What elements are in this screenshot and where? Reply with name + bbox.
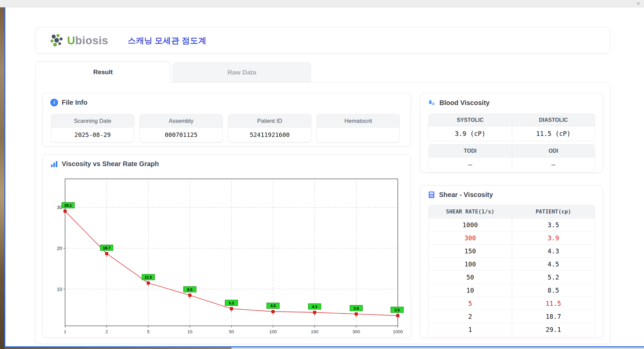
rate-cell: 10 — [429, 284, 512, 297]
odi-value: – — [512, 157, 595, 172]
table-row: 505.2 — [429, 270, 595, 284]
rate-cell: 150 — [429, 245, 512, 257]
systolic-diastolic-block: SYSTOLIC DIASTOLIC 3.9 (cP) 11.5 (cP) — [428, 113, 595, 141]
close-button[interactable]: × — [637, 0, 640, 7]
ubiosis-logo-text: Ubiosis — [67, 34, 108, 47]
todi-value: – — [429, 157, 512, 172]
table-row: 1004.5 — [429, 257, 595, 270]
tab-raw-data[interactable]: Raw Data — [173, 62, 311, 82]
table-row: 10003.5 — [429, 218, 595, 231]
patient-cell: 4.3 — [512, 245, 595, 257]
logo-u: U — [67, 34, 75, 47]
app-window: Ubiosis 스캐닝 모세관 점도계 Result Raw Data i Fi… — [4, 7, 644, 347]
svg-text:1: 1 — [64, 329, 66, 334]
rate-cell: 2 — [429, 310, 512, 323]
patient-cell: 4.5 — [512, 258, 595, 270]
shear-viscosity-title: Shear - Viscosity — [428, 191, 493, 199]
file-info-title-text: File Info — [62, 99, 88, 106]
table-row: 108.5 — [429, 284, 595, 297]
svg-text:3.5: 3.5 — [394, 308, 400, 312]
patient-cell: 3.5 — [512, 218, 595, 231]
svg-text:18.7: 18.7 — [103, 246, 110, 250]
systolic-value: 3.9 (cP) — [429, 127, 512, 141]
svg-text:11.5: 11.5 — [145, 275, 152, 279]
rate-cell: 50 — [429, 271, 512, 284]
systolic-label: SYSTOLIC — [429, 114, 512, 127]
viscosity-chart: 1020301251050100150300100029.118.711.58.… — [50, 177, 405, 335]
svg-text:10: 10 — [187, 329, 192, 334]
patient-cell: 18.7 — [512, 310, 595, 323]
svg-text:5.2: 5.2 — [229, 301, 234, 305]
calculator-icon — [428, 191, 435, 199]
logo-rest: biosis — [75, 34, 108, 47]
svg-text:150: 150 — [311, 329, 319, 334]
field-value: 52411921600 — [228, 128, 311, 142]
svg-text:8.5: 8.5 — [187, 288, 193, 292]
patient-cell: 11.5 — [512, 297, 595, 310]
top-strip: × — [0, 0, 644, 7]
table-header-row: SHEAR RATE(1/s) PATIENT(cp) — [429, 205, 595, 218]
rate-cell: 1000 — [429, 218, 512, 231]
shear-viscosity-table: SHEAR RATE(1/s) PATIENT(cp) 10003.5 3003… — [428, 205, 595, 336]
file-info-card: i File Info Scanning Date 2025-08-29 Ass… — [43, 93, 411, 147]
field-value — [317, 128, 399, 142]
table-row: 511.5 — [429, 297, 595, 310]
svg-text:3.9: 3.9 — [354, 306, 359, 310]
svg-text:2: 2 — [105, 329, 108, 334]
odi-label: ODI — [512, 145, 595, 157]
patient-cell: 5.2 — [512, 271, 595, 284]
table-row: 129.1 — [429, 323, 595, 336]
desktop-left-edge — [0, 7, 4, 349]
table-row: 218.7 — [429, 310, 595, 323]
ubiosis-logo-icon — [50, 34, 64, 48]
svg-text:5: 5 — [147, 329, 150, 334]
shear-viscosity-card: Shear - Viscosity SHEAR RATE(1/s) PATIEN… — [420, 185, 603, 338]
svg-text:100: 100 — [269, 329, 277, 334]
field-scanning-date: Scanning Date 2025-08-29 — [51, 114, 134, 142]
field-hematocrit: Hematocrit — [317, 114, 400, 142]
field-value: 000701125 — [140, 128, 222, 142]
blood-viscosity-title-text: Blood Viscosity — [439, 99, 490, 107]
diastolic-label: DIASTOLIC — [512, 114, 595, 127]
svg-text:20: 20 — [57, 246, 62, 251]
info-icon: i — [50, 99, 58, 106]
field-label: Scanning Date — [51, 114, 134, 128]
todi-label: TODI — [429, 145, 512, 157]
blood-viscosity-title: Blood Viscosity — [428, 99, 490, 107]
ubiosis-logo: Ubiosis — [50, 34, 108, 48]
rate-cell: 1 — [429, 323, 512, 336]
diastolic-value: 11.5 (cP) — [512, 127, 595, 141]
bar-chart-icon — [50, 160, 58, 168]
field-value: 2025-08-29 — [51, 128, 134, 142]
bottom-edge-brown — [0, 347, 231, 349]
patient-cell: 8.5 — [512, 284, 595, 297]
svg-text:300: 300 — [353, 329, 360, 334]
field-label: Patient ID — [228, 114, 311, 128]
field-label: Assembly — [140, 114, 222, 128]
graph-title: Viscosity vs Shear Rate Graph — [50, 160, 159, 168]
rate-cell: 100 — [429, 258, 512, 270]
main-panel: i File Info Scanning Date 2025-08-29 Ass… — [35, 82, 610, 344]
droplet-icon — [428, 99, 436, 107]
graph-title-text: Viscosity vs Shear Rate Graph — [62, 160, 159, 168]
rate-cell: 300 — [429, 232, 512, 244]
patient-cell: 29.1 — [512, 323, 595, 336]
app-title: 스캐닝 모세관 점도계 — [128, 35, 207, 46]
svg-text:10: 10 — [57, 287, 62, 292]
svg-text:30: 30 — [57, 205, 62, 210]
table-row: 3003.9 — [429, 231, 595, 244]
col-header-shear-rate: SHEAR RATE(1/s) — [429, 205, 512, 218]
tab-result[interactable]: Result — [35, 62, 171, 83]
shear-viscosity-title-text: Shear - Viscosity — [439, 191, 493, 199]
svg-text:4.3: 4.3 — [312, 305, 317, 309]
svg-text:4.5: 4.5 — [270, 304, 276, 308]
field-assembly: Assembly 000701125 — [140, 114, 223, 142]
col-header-patient: PATIENT(cp) — [512, 205, 595, 218]
field-label: Hematocrit — [317, 114, 399, 128]
viscosity-graph-card: Viscosity vs Shear Rate Graph 1020301251… — [43, 154, 411, 338]
todi-odi-block: TODI ODI – – — [428, 144, 595, 172]
svg-text:1000: 1000 — [393, 329, 403, 334]
blood-viscosity-card: Blood Viscosity SYSTOLIC DIASTOLIC 3.9 (… — [420, 93, 603, 173]
patient-cell: 3.9 — [512, 232, 595, 244]
svg-text:29.1: 29.1 — [64, 203, 72, 207]
